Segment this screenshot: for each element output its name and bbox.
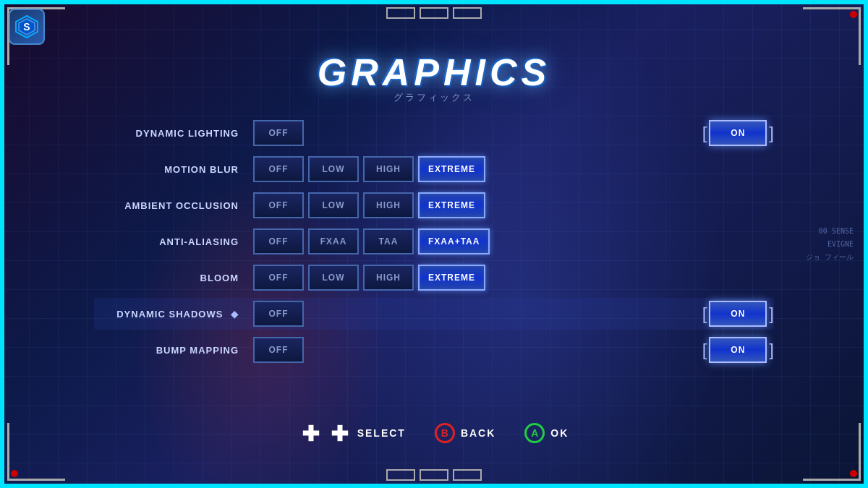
label-bloom: BLOOM [94, 273, 253, 283]
corner-dot-tr [850, 11, 857, 18]
frame-top [386, 7, 482, 19]
logo-icon: S [14, 14, 39, 39]
a-button-icon: A [524, 423, 545, 443]
frame-seg-3 [453, 7, 482, 19]
ok-label: OK [550, 427, 569, 439]
frame-seg-4 [386, 469, 415, 481]
logo: S [9, 9, 45, 45]
setting-row-dynamic-shadows: DYNAMIC SHADOWS ◆ OFF [ ON ] [94, 298, 774, 330]
btn-bump-mapping-on[interactable]: ON [709, 337, 767, 363]
setting-row-motion-blur: MOTION BLUR OFF LOW HIGH EXTREME [94, 153, 774, 185]
btn-aa-taa[interactable]: TAA [363, 228, 414, 254]
setting-row-ambient-occlusion: AMBIENT OCCLUSION OFF LOW HIGH EXTREME [94, 189, 774, 221]
bracket-left-bm: [ [702, 337, 707, 363]
a-button-letter: A [531, 427, 538, 439]
nav-item-ok: A OK [524, 423, 569, 443]
btn-motion-blur-extreme[interactable]: EXTREME [418, 156, 485, 182]
btn-bloom-off[interactable]: OFF [253, 265, 304, 291]
bracket-right-bm: ] [769, 337, 774, 363]
settings-grid: DYNAMIC LIGHTING OFF [ ON ] MOTION BLUR … [94, 117, 774, 366]
on-bracket-group-dynamic-lighting: [ ON ] [702, 120, 774, 146]
hud-line-1: 00 SENSE [806, 225, 854, 238]
on-bracket-group-bump-mapping: [ ON ] [702, 337, 774, 363]
label-anti-aliasing: ANTI-ALIASING [94, 236, 253, 247]
btn-ambient-extreme[interactable]: EXTREME [418, 192, 485, 218]
btn-motion-blur-off[interactable]: OFF [253, 156, 304, 182]
btn-ambient-low[interactable]: LOW [308, 192, 359, 218]
label-bump-mapping: BUMP MAPPING [94, 345, 253, 356]
nav-item-back: B BACK [435, 423, 495, 443]
btn-dynamic-lighting-off[interactable]: OFF [253, 120, 304, 146]
b-button-letter: B [441, 427, 448, 439]
frame-seg-6 [453, 469, 482, 481]
page-title: GRAPHICS [318, 51, 550, 94]
frame-seg-2 [420, 7, 448, 19]
select-label: SELECT [357, 427, 406, 439]
btn-dynamic-lighting-on[interactable]: ON [709, 120, 767, 146]
setting-row-anti-aliasing: ANTI-ALIASING OFF FXAA TAA FXAA+TAA [94, 226, 774, 257]
nav-item-select: SELECT [299, 421, 406, 445]
btn-bloom-low[interactable]: LOW [308, 265, 359, 291]
label-motion-blur: MOTION BLUR [94, 164, 253, 175]
options-bump-mapping: OFF [ ON ] [253, 337, 774, 363]
title-container: GRAPHICS グラフィックス [318, 51, 550, 104]
btn-bloom-high[interactable]: HIGH [363, 265, 414, 291]
options-motion-blur: OFF LOW HIGH EXTREME [253, 156, 774, 182]
btn-ambient-high[interactable]: HIGH [363, 192, 414, 218]
btn-motion-blur-high[interactable]: HIGH [363, 156, 414, 182]
label-ambient-occlusion: AMBIENT OCCLUSION [94, 200, 253, 211]
label-dynamic-shadows: DYNAMIC SHADOWS ◆ [94, 309, 253, 320]
options-ambient-occlusion: OFF LOW HIGH EXTREME [253, 192, 774, 218]
setting-row-dynamic-lighting: DYNAMIC LIGHTING OFF [ ON ] [94, 117, 774, 149]
label-dynamic-shadows-text: DYNAMIC SHADOWS [116, 309, 223, 320]
bracket-right: ] [769, 120, 774, 146]
btn-aa-off[interactable]: OFF [253, 228, 304, 254]
options-dynamic-shadows: OFF [ ON ] [253, 301, 774, 327]
label-dynamic-lighting: DYNAMIC LIGHTING [94, 128, 253, 139]
frame-bottom [386, 469, 482, 481]
on-bracket-group-dynamic-shadows: [ ON ] [702, 301, 774, 327]
btn-dynamic-shadows-off[interactable]: OFF [253, 301, 304, 327]
btn-aa-fxaa-taa[interactable]: FXAA+TAA [418, 228, 490, 254]
hud-line-2: EVIGNE [806, 238, 854, 251]
btn-aa-fxaa[interactable]: FXAA [308, 228, 359, 254]
dpad-left-icon [299, 421, 323, 445]
corner-dot-bl [11, 470, 18, 477]
dpad-icon-2 [331, 425, 347, 441]
btn-ambient-off[interactable]: OFF [253, 192, 304, 218]
btn-motion-blur-low[interactable]: LOW [308, 156, 359, 182]
bottom-nav: SELECT B BACK A OK [0, 421, 868, 445]
options-dynamic-lighting: OFF [ ON ] [253, 120, 774, 146]
btn-bloom-extreme[interactable]: EXTREME [418, 265, 485, 291]
bracket-right-ds: ] [769, 301, 774, 327]
options-bloom: OFF LOW HIGH EXTREME [253, 265, 774, 291]
dpad-right-icon [328, 421, 352, 445]
bracket-left: [ [702, 120, 707, 146]
setting-row-bloom: BLOOM OFF LOW HIGH EXTREME [94, 262, 774, 294]
hud-right: 00 SENSE EVIGNE ジョ フィール [806, 225, 854, 264]
setting-row-bump-mapping: BUMP MAPPING OFF [ ON ] [94, 334, 774, 366]
selected-indicator: ◆ [231, 309, 239, 320]
options-anti-aliasing: OFF FXAA TAA FXAA+TAA [253, 228, 774, 254]
frame-seg-5 [420, 469, 448, 481]
bracket-left-ds: [ [702, 301, 707, 327]
corner-dot-br [850, 470, 857, 477]
dpad-icon-1 [302, 425, 318, 441]
back-label: BACK [461, 427, 495, 439]
b-button-icon: B [435, 423, 455, 443]
screen: S 00 SENSE EVIGNE ジョ フィール GRAPHICS グラフィッ… [0, 0, 868, 488]
btn-bump-mapping-off[interactable]: OFF [253, 337, 304, 363]
btn-dynamic-shadows-on[interactable]: ON [709, 301, 767, 327]
svg-text:S: S [23, 21, 30, 33]
frame-seg-1 [386, 7, 415, 19]
hud-line-3: ジョ フィール [806, 251, 854, 264]
main-panel: GRAPHICS グラフィックス DYNAMIC LIGHTING OFF [ … [94, 36, 774, 452]
